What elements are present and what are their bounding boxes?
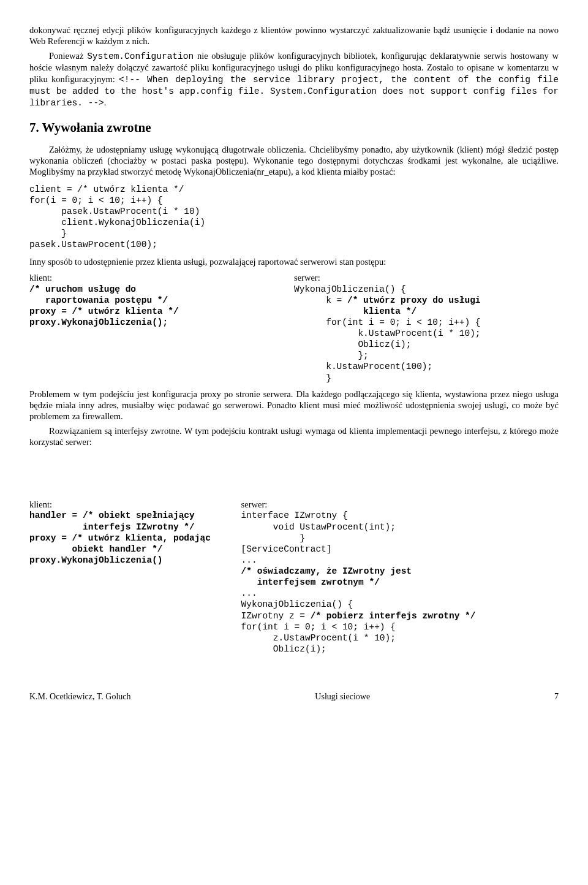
paragraph-4: Inny sposób to udostępnienie przez klien… bbox=[29, 256, 559, 267]
klient1-code: /* uruchom usługę do raportowania postęp… bbox=[29, 284, 294, 329]
paragraph-1: dokonywać ręcznej edycji plików konfigur… bbox=[29, 25, 559, 47]
klient2-label: klient: bbox=[29, 499, 241, 510]
col-klient-1: klient: /* uruchom usługę do raportowani… bbox=[29, 272, 294, 383]
para2-a: Ponieważ bbox=[49, 51, 87, 61]
columns-2: klient: handler = /* obiekt spełniający … bbox=[29, 499, 559, 655]
paragraph-6: Rozwiązaniem są interfejsy zwrotne. W ty… bbox=[29, 425, 559, 447]
col-klient-2: klient: handler = /* obiekt spełniający … bbox=[29, 499, 241, 655]
para2-code: System.Configuration bbox=[87, 51, 194, 61]
para2-c: . bbox=[104, 97, 107, 107]
section-heading: 7. Wywołania zwrotne bbox=[29, 120, 559, 135]
col-serwer-1: serwer: WykonajObliczenia() { k = /* utw… bbox=[294, 272, 559, 383]
footer-center: Usługi sieciowe bbox=[315, 691, 370, 702]
paragraph-3: Załóżmy, że udostępniamy usługę wykonują… bbox=[29, 144, 559, 177]
klient1-code-bold: /* uruchom usługę do raportowania postęp… bbox=[29, 284, 179, 327]
klient1-label: klient: bbox=[29, 272, 294, 283]
code-block-1: client = /* utwórz klienta */ for(i = 0;… bbox=[29, 184, 559, 251]
klient2-code: handler = /* obiekt spełniający interfej… bbox=[29, 510, 241, 566]
page-footer: K.M. Ocetkiewicz, T. Goluch Usługi sieci… bbox=[29, 691, 559, 702]
columns-1: klient: /* uruchom usługę do raportowani… bbox=[29, 272, 559, 383]
serwer2-label: serwer: bbox=[241, 499, 559, 510]
col-serwer-2: serwer: interface IZwrotny { void UstawP… bbox=[241, 499, 559, 655]
footer-right: 7 bbox=[554, 691, 559, 702]
paragraph-5: Problemem w tym podejściu jest konfigura… bbox=[29, 389, 559, 422]
serwer1-code: WykonajObliczenia() { k = /* utwórz prox… bbox=[294, 284, 559, 384]
serwer2-code: interface IZwrotny { void UstawProcent(i… bbox=[241, 510, 559, 655]
serwer1-label: serwer: bbox=[294, 272, 559, 283]
footer-left: K.M. Ocetkiewicz, T. Goluch bbox=[29, 691, 131, 702]
klient2-code-bold: handler = /* obiekt spełniający interfej… bbox=[29, 511, 211, 565]
paragraph-2: Ponieważ System.Configuration nie obsług… bbox=[29, 50, 559, 108]
